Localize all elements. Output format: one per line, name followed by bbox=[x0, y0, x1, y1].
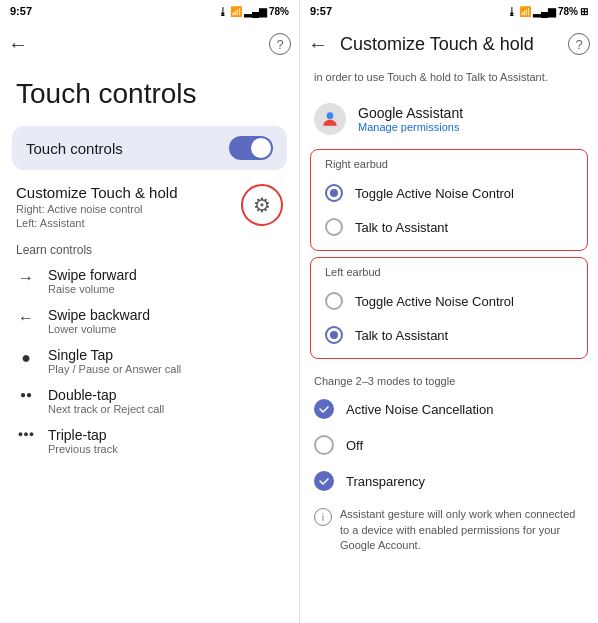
swipe-backward-title: Swipe backward bbox=[48, 307, 150, 323]
right-earbud-option-1[interactable]: Talk to Assistant bbox=[311, 210, 587, 244]
customize-title: Customize Touch & hold bbox=[16, 184, 177, 201]
r-wifi-icon: 📶 bbox=[519, 6, 531, 17]
right-help-button[interactable]: ? bbox=[568, 33, 590, 55]
left-help-button[interactable]: ? bbox=[269, 33, 291, 55]
right-title: Customize Touch & hold bbox=[340, 34, 568, 55]
left-radio-1 bbox=[325, 326, 343, 344]
right-scroll-area: in order to use Touch & hold to Talk to … bbox=[300, 66, 598, 623]
right-panel: 9:57 ⭳ 📶 ▂▄▆ 78% ⊞ ← Customize Touch & h… bbox=[299, 0, 598, 623]
right-earbud-section: Right earbud Toggle Active Noise Control… bbox=[310, 149, 588, 251]
right-top-bar: ← Customize Touch & hold ? bbox=[300, 22, 598, 66]
single-tap-sub: Play / Pause or Answer call bbox=[48, 363, 181, 375]
single-tap-icon: ● bbox=[16, 349, 36, 367]
transparency-check bbox=[314, 471, 334, 491]
right-status-bar: 9:57 ⭳ 📶 ▂▄▆ 78% ⊞ bbox=[300, 0, 598, 22]
r-battery-icon: 78% bbox=[558, 6, 578, 17]
touch-controls-toggle-row: Touch controls bbox=[12, 126, 287, 170]
wifi-icon: 📶 bbox=[230, 6, 242, 17]
r-signal-icon: ▂▄▆ bbox=[533, 6, 556, 17]
backward-icon: ← bbox=[16, 309, 36, 327]
info-note: i Assistant gesture will only work when … bbox=[300, 499, 598, 561]
left-earbud-option-1[interactable]: Talk to Assistant bbox=[311, 318, 587, 352]
change-modes-label: Change 2–3 modes to toggle bbox=[300, 365, 598, 391]
right-status-icons: ⭳ 📶 ▂▄▆ 78% ⊞ bbox=[507, 6, 588, 17]
left-earbud-option-1-label: Talk to Assistant bbox=[355, 328, 448, 343]
right-earbud-option-1-label: Talk to Assistant bbox=[355, 220, 448, 235]
page-title: Touch controls bbox=[0, 66, 299, 126]
customize-sub1: Right: Active noise control bbox=[16, 203, 177, 215]
touch-controls-toggle[interactable] bbox=[229, 136, 273, 160]
bluetooth-icon: ⭳ bbox=[218, 6, 228, 17]
right-radio-0 bbox=[325, 184, 343, 202]
assistant-sub: Manage permissions bbox=[358, 121, 463, 133]
anc-check bbox=[314, 399, 334, 419]
left-earbud-option-0-label: Toggle Active Noise Control bbox=[355, 294, 514, 309]
transparency-label: Transparency bbox=[346, 474, 425, 489]
left-status-bar: 9:57 ⭳ 📶 ▂▄▆ 78% bbox=[0, 0, 299, 22]
left-back-button[interactable]: ← bbox=[8, 33, 28, 56]
left-panel: 9:57 ⭳ 📶 ▂▄▆ 78% ← ? Touch controls Touc… bbox=[0, 0, 299, 623]
left-earbud-section: Left earbud Toggle Active Noise Control … bbox=[310, 257, 588, 359]
settings-text: Customize Touch & hold Right: Active noi… bbox=[16, 184, 177, 229]
battery-icon: 78% bbox=[269, 6, 289, 17]
list-item: ●● Double-tap Next track or Reject call bbox=[0, 381, 299, 421]
mode-transparency[interactable]: Transparency bbox=[300, 463, 598, 499]
single-tap-title: Single Tap bbox=[48, 347, 181, 363]
assistant-icon bbox=[314, 103, 346, 135]
assistant-text: Google Assistant Manage permissions bbox=[358, 105, 463, 133]
left-top-bar: ← ? bbox=[0, 22, 299, 66]
touch-controls-label: Touch controls bbox=[26, 140, 123, 157]
swipe-forward-sub: Raise volume bbox=[48, 283, 137, 295]
learn-controls-label: Learn controls bbox=[0, 233, 299, 261]
right-earbud-option-0[interactable]: Toggle Active Noise Control bbox=[311, 176, 587, 210]
assistant-row[interactable]: Google Assistant Manage permissions bbox=[300, 95, 598, 143]
off-check bbox=[314, 435, 334, 455]
right-radio-1 bbox=[325, 218, 343, 236]
customize-sub2: Left: Assistant bbox=[16, 217, 177, 229]
list-item: ← Swipe backward Lower volume bbox=[0, 301, 299, 341]
info-icon: i bbox=[314, 508, 332, 526]
right-earbud-label: Right earbud bbox=[311, 156, 587, 176]
triple-tap-sub: Previous track bbox=[48, 443, 118, 455]
left-status-icons: ⭳ 📶 ▂▄▆ 78% bbox=[218, 6, 289, 17]
left-earbud-option-0[interactable]: Toggle Active Noise Control bbox=[311, 284, 587, 318]
list-item: ● Single Tap Play / Pause or Answer call bbox=[0, 341, 299, 381]
triple-tap-icon: ●●● bbox=[16, 429, 36, 439]
list-item: → Swipe forward Raise volume bbox=[0, 261, 299, 301]
mode-off[interactable]: Off bbox=[300, 427, 598, 463]
info-note-text: Assistant gesture will only work when co… bbox=[340, 507, 584, 553]
left-earbud-label: Left earbud bbox=[311, 264, 587, 284]
r-bluetooth-icon: ⭳ bbox=[507, 6, 517, 17]
left-radio-0 bbox=[325, 292, 343, 310]
anc-label: Active Noise Cancellation bbox=[346, 402, 493, 417]
double-tap-icon: ●● bbox=[16, 389, 36, 400]
mode-anc[interactable]: Active Noise Cancellation bbox=[300, 391, 598, 427]
swipe-forward-title: Swipe forward bbox=[48, 267, 137, 283]
gear-button[interactable]: ⚙ bbox=[241, 184, 283, 226]
swipe-backward-sub: Lower volume bbox=[48, 323, 150, 335]
forward-icon: → bbox=[16, 269, 36, 287]
right-earbud-option-0-label: Toggle Active Noise Control bbox=[355, 186, 514, 201]
double-tap-sub: Next track or Reject call bbox=[48, 403, 164, 415]
right-back-button[interactable]: ← bbox=[308, 33, 328, 56]
r-extra-icon: ⊞ bbox=[580, 6, 588, 17]
left-time: 9:57 bbox=[10, 5, 32, 17]
list-item: ●●● Triple-tap Previous track bbox=[0, 421, 299, 461]
off-label: Off bbox=[346, 438, 363, 453]
right-time: 9:57 bbox=[310, 5, 332, 17]
triple-tap-title: Triple-tap bbox=[48, 427, 118, 443]
svg-point-0 bbox=[327, 113, 334, 120]
signal-icon: ▂▄▆ bbox=[244, 6, 267, 17]
assistant-title: Google Assistant bbox=[358, 105, 463, 121]
customize-settings-row: Customize Touch & hold Right: Active noi… bbox=[0, 170, 299, 233]
info-text: in order to use Touch & hold to Talk to … bbox=[300, 66, 598, 95]
double-tap-title: Double-tap bbox=[48, 387, 164, 403]
